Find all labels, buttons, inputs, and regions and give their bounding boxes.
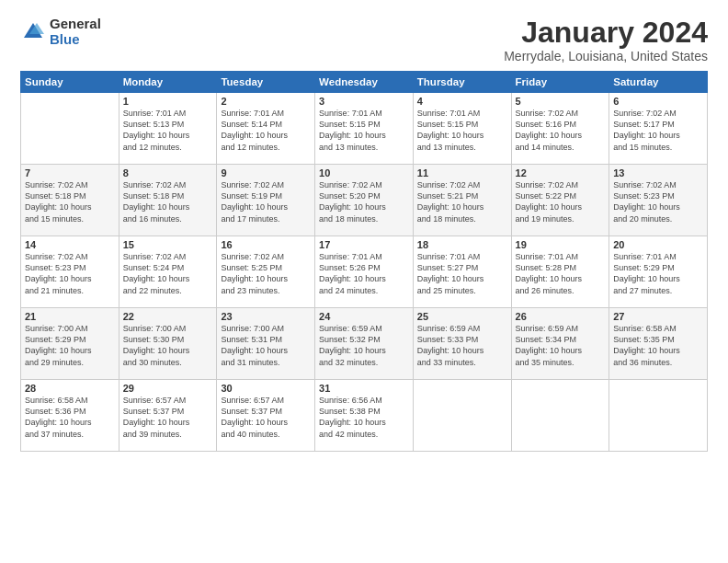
calendar-row: 21Sunrise: 7:00 AMSunset: 5:29 PMDayligh…	[21, 308, 708, 380]
day-number: 17	[319, 239, 409, 250]
cell-content: Sunrise: 7:01 AMSunset: 5:27 PMDaylight:…	[417, 251, 507, 296]
table-cell: 18Sunrise: 7:01 AMSunset: 5:27 PMDayligh…	[413, 236, 511, 308]
table-cell	[21, 93, 119, 165]
day-number: 10	[319, 167, 409, 178]
table-cell: 16Sunrise: 7:02 AMSunset: 5:25 PMDayligh…	[217, 236, 315, 308]
calendar-row: 14Sunrise: 7:02 AMSunset: 5:23 PMDayligh…	[21, 236, 708, 308]
table-cell: 15Sunrise: 7:02 AMSunset: 5:24 PMDayligh…	[119, 236, 217, 308]
day-number: 16	[221, 239, 311, 250]
day-number: 12	[516, 167, 606, 178]
col-thursday: Thursday	[413, 72, 511, 93]
day-number: 7	[25, 167, 115, 178]
calendar-table: Sunday Monday Tuesday Wednesday Thursday…	[20, 71, 708, 452]
day-number: 24	[319, 311, 409, 322]
header: General Blue January 2024 Merrydale, Lou…	[20, 17, 708, 63]
table-cell: 19Sunrise: 7:01 AMSunset: 5:28 PMDayligh…	[511, 236, 609, 308]
cell-content: Sunrise: 6:56 AMSunset: 5:38 PMDaylight:…	[319, 395, 409, 440]
cell-content: Sunrise: 6:58 AMSunset: 5:36 PMDaylight:…	[25, 395, 115, 440]
table-cell: 14Sunrise: 7:02 AMSunset: 5:23 PMDayligh…	[21, 236, 119, 308]
page: General Blue January 2024 Merrydale, Lou…	[0, 0, 728, 563]
cell-content: Sunrise: 7:02 AMSunset: 5:23 PMDaylight:…	[613, 179, 703, 224]
cell-content: Sunrise: 7:02 AMSunset: 5:23 PMDaylight:…	[25, 251, 115, 296]
table-cell: 1Sunrise: 7:01 AMSunset: 5:13 PMDaylight…	[119, 93, 217, 165]
day-number: 30	[221, 383, 311, 394]
day-number: 2	[221, 96, 311, 107]
table-cell: 5Sunrise: 7:02 AMSunset: 5:16 PMDaylight…	[511, 93, 609, 165]
cell-content: Sunrise: 7:02 AMSunset: 5:18 PMDaylight:…	[123, 179, 213, 224]
day-number: 15	[123, 239, 213, 250]
cell-content: Sunrise: 6:57 AMSunset: 5:37 PMDaylight:…	[123, 395, 213, 440]
day-number: 27	[613, 311, 703, 322]
table-cell: 6Sunrise: 7:02 AMSunset: 5:17 PMDaylight…	[609, 93, 708, 165]
table-cell: 25Sunrise: 6:59 AMSunset: 5:33 PMDayligh…	[413, 308, 511, 380]
day-number: 8	[123, 167, 213, 178]
day-number: 22	[123, 311, 213, 322]
logo-general: General	[50, 17, 101, 32]
table-cell: 31Sunrise: 6:56 AMSunset: 5:38 PMDayligh…	[315, 380, 414, 452]
col-saturday: Saturday	[609, 72, 708, 93]
day-number: 1	[123, 96, 213, 107]
logo-text: General Blue	[50, 17, 101, 47]
table-cell: 7Sunrise: 7:02 AMSunset: 5:18 PMDaylight…	[21, 165, 119, 236]
table-cell: 28Sunrise: 6:58 AMSunset: 5:36 PMDayligh…	[21, 380, 119, 452]
col-friday: Friday	[511, 72, 609, 93]
table-cell: 4Sunrise: 7:01 AMSunset: 5:15 PMDaylight…	[413, 93, 511, 165]
cell-content: Sunrise: 7:02 AMSunset: 5:25 PMDaylight:…	[221, 251, 311, 296]
cell-content: Sunrise: 6:58 AMSunset: 5:35 PMDaylight:…	[613, 323, 703, 368]
cell-content: Sunrise: 7:00 AMSunset: 5:31 PMDaylight:…	[221, 323, 311, 368]
table-cell: 17Sunrise: 7:01 AMSunset: 5:26 PMDayligh…	[315, 236, 414, 308]
logo-blue: Blue	[50, 32, 101, 48]
header-row: Sunday Monday Tuesday Wednesday Thursday…	[21, 72, 708, 93]
day-number: 13	[613, 167, 703, 178]
table-cell: 12Sunrise: 7:02 AMSunset: 5:22 PMDayligh…	[511, 165, 609, 236]
cell-content: Sunrise: 7:02 AMSunset: 5:22 PMDaylight:…	[516, 179, 606, 224]
table-cell	[609, 380, 708, 452]
cell-content: Sunrise: 7:02 AMSunset: 5:16 PMDaylight:…	[516, 108, 606, 153]
table-cell: 20Sunrise: 7:01 AMSunset: 5:29 PMDayligh…	[609, 236, 708, 308]
day-number: 19	[516, 239, 606, 250]
logo: General Blue	[20, 17, 101, 47]
day-number: 20	[613, 239, 703, 250]
day-number: 11	[417, 167, 507, 178]
table-cell: 26Sunrise: 6:59 AMSunset: 5:34 PMDayligh…	[511, 308, 609, 380]
table-cell: 11Sunrise: 7:02 AMSunset: 5:21 PMDayligh…	[413, 165, 511, 236]
cell-content: Sunrise: 7:01 AMSunset: 5:28 PMDaylight:…	[516, 251, 606, 296]
table-cell: 3Sunrise: 7:01 AMSunset: 5:15 PMDaylight…	[315, 93, 414, 165]
day-number: 31	[319, 383, 409, 394]
cell-content: Sunrise: 7:01 AMSunset: 5:13 PMDaylight:…	[123, 108, 213, 153]
col-wednesday: Wednesday	[315, 72, 414, 93]
day-number: 18	[417, 239, 507, 250]
table-cell: 30Sunrise: 6:57 AMSunset: 5:37 PMDayligh…	[217, 380, 315, 452]
cell-content: Sunrise: 7:02 AMSunset: 5:21 PMDaylight:…	[417, 179, 507, 224]
col-monday: Monday	[119, 72, 217, 93]
cell-content: Sunrise: 7:02 AMSunset: 5:24 PMDaylight:…	[123, 251, 213, 296]
day-number: 21	[25, 311, 115, 322]
day-number: 5	[516, 96, 606, 107]
cell-content: Sunrise: 7:01 AMSunset: 5:26 PMDaylight:…	[319, 251, 409, 296]
col-tuesday: Tuesday	[217, 72, 315, 93]
table-cell	[413, 380, 511, 452]
subtitle: Merrydale, Louisiana, United States	[504, 49, 708, 63]
cell-content: Sunrise: 7:02 AMSunset: 5:19 PMDaylight:…	[221, 179, 311, 224]
day-number: 6	[613, 96, 703, 107]
main-title: January 2024	[504, 17, 708, 49]
table-cell: 13Sunrise: 7:02 AMSunset: 5:23 PMDayligh…	[609, 165, 708, 236]
day-number: 28	[25, 383, 115, 394]
table-cell: 9Sunrise: 7:02 AMSunset: 5:19 PMDaylight…	[217, 165, 315, 236]
day-number: 4	[417, 96, 507, 107]
day-number: 3	[319, 96, 409, 107]
cell-content: Sunrise: 7:02 AMSunset: 5:18 PMDaylight:…	[25, 179, 115, 224]
table-cell: 27Sunrise: 6:58 AMSunset: 5:35 PMDayligh…	[609, 308, 708, 380]
cell-content: Sunrise: 7:01 AMSunset: 5:14 PMDaylight:…	[221, 108, 311, 153]
day-number: 25	[417, 311, 507, 322]
table-cell: 21Sunrise: 7:00 AMSunset: 5:29 PMDayligh…	[21, 308, 119, 380]
cell-content: Sunrise: 6:59 AMSunset: 5:32 PMDaylight:…	[319, 323, 409, 368]
cell-content: Sunrise: 7:02 AMSunset: 5:17 PMDaylight:…	[613, 108, 703, 153]
cell-content: Sunrise: 7:01 AMSunset: 5:15 PMDaylight:…	[417, 108, 507, 153]
table-cell: 8Sunrise: 7:02 AMSunset: 5:18 PMDaylight…	[119, 165, 217, 236]
cell-content: Sunrise: 7:02 AMSunset: 5:20 PMDaylight:…	[319, 179, 409, 224]
cell-content: Sunrise: 6:59 AMSunset: 5:33 PMDaylight:…	[417, 323, 507, 368]
table-cell: 22Sunrise: 7:00 AMSunset: 5:30 PMDayligh…	[119, 308, 217, 380]
cell-content: Sunrise: 7:01 AMSunset: 5:15 PMDaylight:…	[319, 108, 409, 153]
table-cell: 24Sunrise: 6:59 AMSunset: 5:32 PMDayligh…	[315, 308, 414, 380]
